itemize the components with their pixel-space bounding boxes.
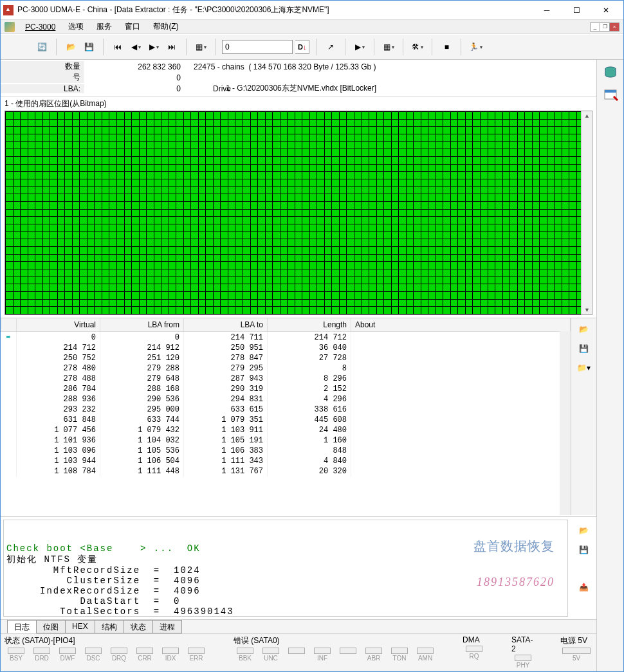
menu-help[interactable]: 帮助(Z) — [148, 20, 183, 33]
sector-bitmap[interactable] — [5, 111, 592, 315]
minimize-button[interactable]: ─ — [532, 1, 562, 19]
table-row[interactable]: 250 752251 120278 84727 728 — [1, 353, 571, 363]
table-scrollbar[interactable] — [560, 331, 571, 515]
app-icon — [3, 5, 14, 15]
next-button[interactable]: ▶ — [146, 39, 161, 55]
chains-table[interactable]: VirtualLBA fromLBA toLengthAbout ➨00214 … — [1, 318, 571, 477]
table-row[interactable]: 286 784288 168290 3192 152 — [1, 384, 571, 394]
save-button[interactable]: 💾 — [81, 39, 96, 55]
grid-view-button[interactable]: ▦ — [381, 39, 396, 55]
led-crr: CRR — [133, 648, 156, 662]
table-open-icon[interactable]: 📂 — [576, 322, 592, 336]
tab-1[interactable]: 位图 — [36, 620, 66, 633]
bitmap-label: 1 - 使用的扇区位图(从Bitmap) — [1, 96, 596, 111]
led-ton: TON — [388, 648, 411, 662]
table-row[interactable]: 214 712214 912250 95136 040 — [1, 343, 571, 353]
led-inf: INF — [311, 648, 334, 662]
db-icon[interactable] — [603, 65, 618, 80]
num-value: 0 — [84, 73, 187, 82]
led-drq: DRQ — [107, 648, 131, 662]
table-row[interactable]: 1 103 9441 106 5041 111 3434 840 — [1, 456, 571, 466]
log-export-icon[interactable]: 📤 — [576, 580, 591, 594]
grid-toggle-button[interactable]: ▦ — [193, 39, 208, 55]
led-blank — [285, 648, 308, 662]
tab-0[interactable]: 日志 — [7, 620, 37, 633]
col-about[interactable]: About — [351, 318, 571, 332]
statusbar: 状态 (SATA0)-[PIO4] BSYDRDDWFDSCDRQCRRIDXE… — [1, 633, 596, 671]
menu-window[interactable]: 窗口 — [120, 20, 145, 33]
lba-value: 0 — [84, 84, 187, 93]
tab-5[interactable]: 进程 — [152, 620, 182, 633]
table-save-icon[interactable]: 💾 — [576, 341, 592, 356]
qty-value: 262 832 360 — [84, 62, 187, 71]
titlebar: PC-3000 UDMA-E - China - [Data Extractor… — [1, 1, 623, 20]
export-button[interactable]: ↗ — [323, 39, 338, 55]
led-err: ERR — [185, 648, 208, 662]
table-row[interactable]: 278 488279 648287 9438 296 — [1, 374, 571, 384]
led-drd: DRD — [30, 648, 53, 662]
table-row[interactable]: 288 936290 536294 8314 296 — [1, 394, 571, 404]
table-row[interactable]: 1 103 0961 105 5361 106 383848 — [1, 446, 571, 456]
prev-button[interactable]: ◀ — [128, 39, 143, 55]
first-button[interactable]: ⏮ — [110, 39, 125, 55]
tab-2[interactable]: HEX — [65, 620, 95, 633]
mdi-restore[interactable]: ❐ — [600, 23, 610, 32]
table-row[interactable]: 1 108 7841 111 4481 131 76720 320 — [1, 466, 571, 477]
maximize-button[interactable]: ☐ — [562, 1, 591, 19]
menu-app[interactable]: PC-3000 — [20, 21, 60, 33]
table-row[interactable]: 1 077 4561 079 4321 103 91124 480 — [1, 425, 571, 435]
qty-label: 数量 — [1, 61, 84, 72]
stats-panel: 数量 262 832 360 22475 - chains ( 134 570 … — [1, 60, 596, 96]
table-row[interactable]: ➨00214 711214 712 — [1, 332, 571, 343]
run-button[interactable]: 🏃 — [468, 39, 483, 55]
log-output[interactable]: Check boot <Base > ... OK初始化 NTFS 变量 Mft… — [3, 520, 568, 617]
svg-line-3 — [614, 96, 618, 100]
table-folder-icon[interactable]: 📁▾ — [576, 361, 592, 375]
led-idx: IDX — [159, 648, 182, 662]
menu-options[interactable]: 选项 — [63, 20, 89, 33]
window-title: PC-3000 UDMA-E - China - [Data Extractor… — [17, 5, 532, 15]
led-amn: AMN — [414, 648, 437, 662]
led-bbk: BBK — [234, 648, 257, 662]
play-button[interactable]: ▶ — [352, 39, 367, 55]
bitmap-scrollbar[interactable] — [581, 111, 592, 314]
last-button[interactable]: ⏭ — [164, 39, 179, 55]
jump-mode[interactable]: D↓ — [295, 40, 309, 54]
tab-4[interactable]: 状态 — [124, 620, 153, 633]
log-tabs: 日志位图HEX结构状态进程 — [1, 619, 596, 633]
window-icon[interactable] — [603, 87, 618, 102]
led-abr: ABR — [362, 648, 385, 662]
drive-label: Drive — [187, 84, 226, 93]
num-label: 号 — [1, 72, 84, 83]
log-open-icon[interactable]: 📂 — [576, 523, 591, 538]
table-row[interactable]: 631 848633 7441 079 351445 608 — [1, 415, 571, 425]
led-dwf: DWF — [56, 648, 79, 662]
close-button[interactable]: ✕ — [591, 1, 621, 19]
mdi-close[interactable]: × — [609, 23, 619, 32]
drive-value: 1 - G:\20200306东芝NVME.vhdx [BitLocker] — [226, 83, 376, 94]
lba-label: LBA: — [1, 84, 84, 93]
mdi-minimize[interactable]: _ — [590, 23, 600, 32]
led-unc: UNC — [259, 648, 282, 662]
col-lba-to[interactable]: LBA to — [184, 318, 268, 332]
table-row[interactable]: 293 232295 000633 615338 616 — [1, 404, 571, 415]
table-row[interactable]: 278 480279 288279 2958 — [1, 363, 571, 374]
app-menu-icon[interactable] — [5, 22, 15, 32]
col-virtual[interactable]: Virtual — [17, 318, 100, 332]
open-button[interactable]: 📂 — [63, 39, 78, 55]
right-sidebar — [596, 60, 623, 671]
col-lba-from[interactable]: LBA from — [100, 318, 184, 332]
refresh-button[interactable]: 🔄 — [34, 39, 50, 55]
menubar: PC-3000 选项 服务 窗口 帮助(Z) _ ❐ × — [1, 20, 623, 34]
jump-input[interactable] — [222, 40, 293, 54]
svg-rect-2 — [605, 90, 616, 93]
toolbar: 🔄 📂 💾 ⏮ ◀ ▶ ⏭ ▦ D↓ ↗ ▶ ▦ 🛠 ■ 🏃 — [1, 34, 623, 60]
tools-button[interactable]: 🛠 — [410, 39, 425, 55]
col-length[interactable]: Length — [268, 318, 351, 332]
tab-3[interactable]: 结构 — [95, 620, 124, 633]
table-row[interactable]: 1 101 9361 104 0321 105 1911 160 — [1, 435, 571, 446]
stop-button[interactable]: ■ — [439, 39, 454, 55]
led-dsc: DSC — [82, 648, 105, 662]
menu-services[interactable]: 服务 — [91, 20, 117, 33]
log-save-icon[interactable]: 💾 — [576, 543, 591, 557]
